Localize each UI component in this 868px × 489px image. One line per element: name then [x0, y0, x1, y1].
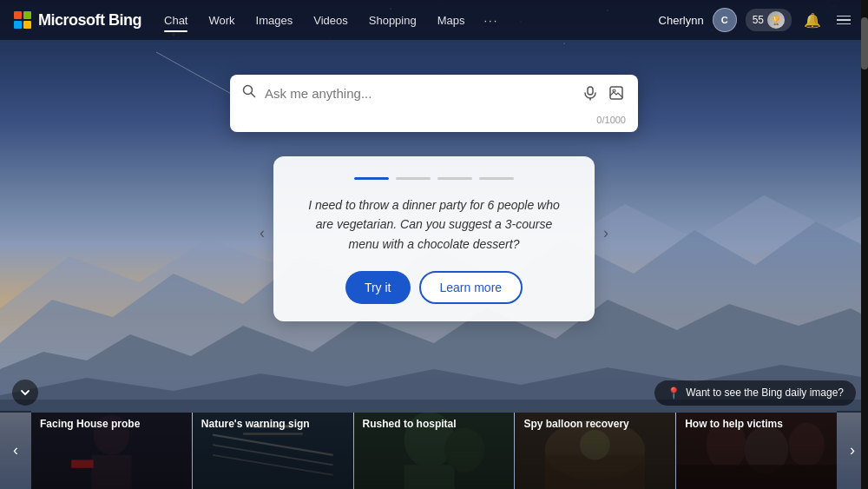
collapse-button[interactable] — [12, 380, 38, 406]
news-card-5[interactable]: How to help victims — [676, 411, 837, 489]
nav-user-area: Cherlynn C 55 🏆 🔔 — [659, 8, 854, 32]
search-container: 0/1000 ‹ I need to throw a dinner party … — [230, 75, 638, 321]
search-icon — [242, 84, 256, 102]
nav-videos[interactable]: Videos — [305, 9, 357, 32]
voice-search-button[interactable] — [581, 83, 600, 102]
dot-4 — [479, 177, 514, 180]
suggestion-buttons: Try it Learn more — [299, 271, 569, 304]
search-box: 0/1000 — [230, 75, 638, 132]
dot-3 — [437, 177, 472, 180]
nav-more-button[interactable]: ··· — [477, 9, 506, 32]
suggestion-text: I need to throw a dinner party for 6 peo… — [299, 195, 569, 254]
search-icon-buttons — [581, 83, 626, 102]
image-search-button[interactable] — [607, 83, 626, 102]
location-pin-icon: 📍 — [667, 387, 681, 400]
scrollbar-thumb — [861, 17, 868, 69]
news-card-title-4: Spy balloon recovery — [523, 418, 667, 432]
card-next-button[interactable]: › — [596, 217, 615, 249]
svg-line-19 — [252, 94, 255, 97]
dot-2 — [396, 177, 431, 180]
rewards-score[interactable]: 55 🏆 — [746, 9, 792, 31]
avatar[interactable]: C — [713, 8, 737, 32]
svg-rect-20 — [588, 87, 593, 95]
user-name: Cherlynn — [659, 14, 704, 27]
news-card-1[interactable]: Facing House probe — [31, 411, 193, 489]
nav-shopping[interactable]: Shopping — [360, 9, 425, 32]
score-number: 55 — [753, 14, 764, 26]
notifications-bell-icon[interactable]: 🔔 — [800, 9, 825, 32]
ms-logo-icon — [14, 11, 31, 29]
news-card-title-5: How to help victims — [685, 418, 828, 432]
hamburger-menu-icon[interactable] — [833, 12, 854, 29]
learn-more-button[interactable]: Learn more — [419, 271, 523, 304]
daily-image-button[interactable]: 📍 Want to see the Bing daily image? — [654, 380, 856, 406]
nav-images[interactable]: Images — [247, 9, 302, 32]
news-card-title-1: Facing House probe — [40, 418, 183, 432]
news-card-title-2: Nature's warning sign — [201, 418, 345, 432]
carousel-dots — [299, 177, 569, 180]
news-card-4[interactable]: Spy balloon recovery — [515, 411, 676, 489]
char-counter: 0/1000 — [230, 111, 638, 132]
news-prev-button[interactable]: ‹ — [0, 411, 31, 489]
nav-work[interactable]: Work — [200, 9, 243, 32]
svg-rect-22 — [610, 87, 622, 99]
daily-image-label: Want to see the Bing daily image? — [686, 387, 844, 399]
logo-sq-red — [14, 11, 22, 19]
logo-sq-green — [23, 11, 31, 19]
scrollbar[interactable] — [861, 0, 868, 489]
try-it-button[interactable]: Try it — [345, 271, 411, 304]
logo-sq-yellow — [23, 21, 31, 29]
news-card-2[interactable]: Nature's warning sign — [193, 411, 354, 489]
news-card-3[interactable]: Rushed to hospital — [354, 411, 516, 489]
search-input[interactable] — [265, 86, 572, 101]
suggestion-card: I need to throw a dinner party for 6 peo… — [273, 156, 595, 321]
rewards-icon: 🏆 — [767, 11, 785, 29]
news-cards: Facing House probe Nature's warning sign — [31, 411, 837, 489]
nav-chat[interactable]: Chat — [155, 9, 196, 32]
search-input-row — [230, 75, 638, 111]
navbar: Microsoft Bing Chat Work Images Videos S… — [0, 0, 868, 40]
suggestion-card-wrapper: ‹ I need to throw a dinner party for 6 p… — [273, 144, 595, 321]
card-prev-button[interactable]: ‹ — [253, 217, 272, 249]
news-row: ‹ Facing House probe — [0, 411, 868, 489]
nav-links: Chat Work Images Videos Shopping Maps ··… — [155, 9, 505, 32]
svg-point-23 — [613, 89, 615, 92]
news-card-title-3: Rushed to hospital — [363, 418, 506, 432]
nav-maps[interactable]: Maps — [429, 9, 474, 32]
brand-text: Microsoft Bing — [38, 11, 141, 30]
logo[interactable]: Microsoft Bing — [14, 11, 141, 30]
dot-1 — [354, 177, 389, 180]
logo-sq-blue — [14, 21, 22, 29]
